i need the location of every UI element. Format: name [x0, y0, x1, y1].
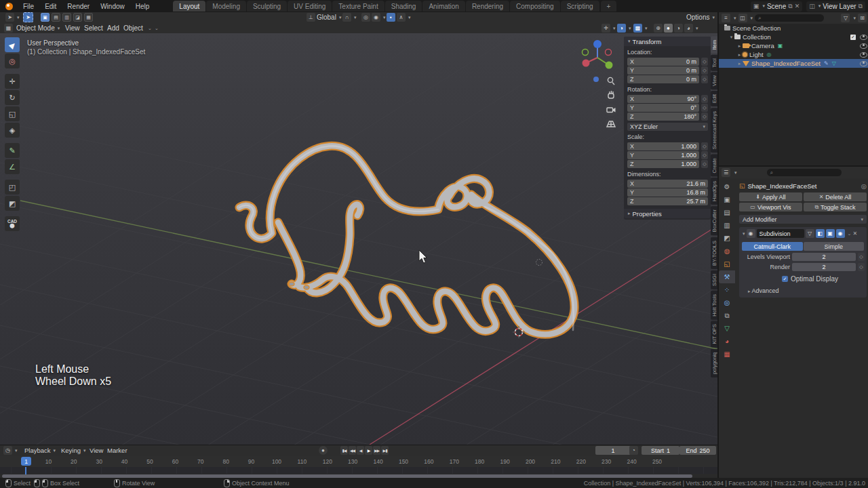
- outliner-search-input[interactable]: ⌕: [755, 14, 824, 22]
- show-gizmo-dropdown[interactable]: ✛▾: [601, 24, 616, 33]
- camera-view-icon[interactable]: [605, 104, 618, 117]
- gizmo-x-neg[interactable]: [606, 49, 612, 56]
- pin-icon[interactable]: ◎: [861, 182, 867, 190]
- disclosure-triangle-icon[interactable]: ▸: [736, 43, 743, 49]
- sidebar-tab-holt-tools[interactable]: Holt Tools: [711, 291, 717, 320]
- tool-transform[interactable]: ◈: [5, 123, 20, 138]
- workspace-tab-uv-editing[interactable]: UV Editing: [288, 1, 332, 12]
- editor-type-button[interactable]: ▦: [4, 24, 13, 33]
- workspace-tab-modeling[interactable]: Modeling: [206, 1, 246, 12]
- outliner-row-scene-collection[interactable]: Scene Collection: [719, 24, 868, 33]
- properties-tab-object-data[interactable]: ▽: [719, 322, 735, 335]
- viewport-vis-button[interactable]: ▭Viewport Vis: [739, 203, 802, 211]
- gizmo-x-axis[interactable]: [583, 60, 590, 67]
- select-mode-new-button[interactable]: ▣: [41, 13, 50, 22]
- hide-eye-icon[interactable]: [860, 52, 867, 58]
- properties-tab-physics[interactable]: ◎: [719, 296, 735, 309]
- menu-add[interactable]: Add: [107, 24, 119, 33]
- new-collection-icon[interactable]: ⊞: [858, 14, 867, 22]
- animate-dot-icon[interactable]: ◇: [701, 95, 708, 103]
- view-menu[interactable]: View: [90, 446, 103, 455]
- menu-object[interactable]: Object: [123, 24, 143, 33]
- scale-z-field[interactable]: Z1.000: [627, 160, 699, 168]
- animate-dot-icon[interactable]: ◇: [701, 142, 708, 150]
- exclude-checkbox[interactable]: ✓: [850, 35, 856, 40]
- shading-rendered-icon[interactable]: ◕: [684, 24, 693, 33]
- modifier-extras-icon[interactable]: ⌄: [848, 231, 852, 237]
- sidebar-tab-item[interactable]: Item: [711, 37, 717, 54]
- properties-panel-header[interactable]: ▸ Properties: [624, 209, 711, 218]
- catmull-clark-button[interactable]: Catmull-Clark: [742, 242, 803, 251]
- workspace-tab-texture-paint[interactable]: Texture Paint: [332, 1, 384, 12]
- sidebar-tab-by-tools[interactable]: BY-TOOLS: [711, 237, 717, 269]
- add-modifier-dropdown[interactable]: Add Modifier▾: [739, 215, 867, 224]
- workspace-tab-rendering[interactable]: Rendering: [466, 1, 509, 12]
- falloff-dropdown[interactable]: ∧▾: [397, 13, 411, 22]
- menu-render[interactable]: Render: [62, 1, 94, 12]
- snap-target-toggle[interactable]: ▪: [387, 13, 395, 22]
- properties-search-input[interactable]: ⌕: [767, 169, 842, 176]
- sidebar-tab-view[interactable]: View: [711, 72, 717, 89]
- animate-dot-icon[interactable]: ◇: [701, 58, 708, 66]
- sidebar-tab-kit-ops[interactable]: KIT OPS: [711, 321, 717, 347]
- optimal-display-checkbox[interactable]: ✓: [782, 276, 788, 282]
- dimensions-x-field[interactable]: X21.6 m: [627, 180, 708, 188]
- workspace-tab-sculpting[interactable]: Sculpting: [247, 1, 287, 12]
- current-frame-field[interactable]: 1: [595, 446, 631, 455]
- animate-dot-icon[interactable]: ◇: [701, 113, 708, 121]
- copy-icon[interactable]: ⧉: [859, 3, 863, 10]
- advanced-section-header[interactable]: ▸ Advanced: [741, 287, 865, 294]
- transform-orientation-dropdown[interactable]: ⊥ Global ▾: [307, 13, 341, 22]
- sidebar-tab-screencast-keys[interactable]: Screencast Keys: [711, 108, 717, 152]
- sidebar-tab-edit[interactable]: Edit: [711, 91, 717, 106]
- dimensions-z-field[interactable]: Z25.7 m: [627, 197, 708, 205]
- apply-all-button[interactable]: ⬇Apply All: [739, 192, 802, 201]
- modifier-name-field[interactable]: Subdivision: [757, 229, 804, 238]
- jump-to-start-button[interactable]: ▮◀: [340, 446, 348, 455]
- menu-edit[interactable]: Edit: [40, 1, 61, 12]
- options-dropdown[interactable]: Options ▾: [686, 13, 715, 22]
- animate-dot-icon[interactable]: ◇: [858, 263, 865, 271]
- properties-tab-world[interactable]: ◍: [719, 245, 735, 258]
- animate-dot-icon[interactable]: ◇: [701, 75, 708, 83]
- sidebar-tab-polygoniq[interactable]: polygoniq: [711, 349, 717, 378]
- workspace-tab-shading[interactable]: Shading: [385, 1, 422, 12]
- marker-menu[interactable]: Marker: [107, 446, 127, 455]
- select-mode-intersect-button[interactable]: ▦: [84, 13, 93, 22]
- properties-tab-tool[interactable]: ⚙: [719, 180, 735, 193]
- keying-menu[interactable]: Keying▾: [61, 446, 86, 455]
- pan-tool-icon[interactable]: [605, 89, 618, 102]
- view-layer-selector[interactable]: ◫▾ View Layer ⧉: [806, 1, 865, 12]
- levels-viewport-field[interactable]: 2: [792, 253, 856, 261]
- menu-select[interactable]: Select: [84, 24, 103, 33]
- outliner-editor-icon[interactable]: ≡: [722, 14, 730, 22]
- on-cage-toggle[interactable]: ▽: [806, 229, 814, 238]
- gizmo-z-neg[interactable]: [593, 77, 599, 82]
- disclosure-triangle-icon[interactable]: ▸: [736, 61, 743, 66]
- tool-cad-sketcher[interactable]: CAD⬤: [5, 216, 20, 231]
- hide-eye-icon[interactable]: [860, 43, 867, 49]
- snapping-toggle[interactable]: ∩▾: [342, 13, 357, 22]
- proportional-editing-toggle[interactable]: ◎ ◉ ▾: [361, 13, 386, 22]
- location-z-field[interactable]: Z0 m: [627, 75, 699, 83]
- gizmo-y-axis[interactable]: [606, 62, 613, 69]
- properties-editor-icon[interactable]: ☰: [722, 168, 730, 177]
- properties-tab-view-layer[interactable]: ▥: [719, 219, 735, 232]
- rotation-y-field[interactable]: Y0°: [627, 104, 699, 112]
- workspace-tab-add[interactable]: +: [601, 1, 617, 12]
- properties-tab-texture[interactable]: ▦: [719, 348, 735, 361]
- dimensions-y-field[interactable]: Y16.8 m: [627, 188, 708, 197]
- tool-extrude[interactable]: ◩: [5, 196, 20, 211]
- tool-move[interactable]: ✛: [5, 74, 20, 89]
- properties-tab-particles[interactable]: ⁘: [719, 283, 735, 296]
- rotation-mode-dropdown[interactable]: XYZ Euler▾: [627, 123, 708, 131]
- shading-wireframe-icon[interactable]: ⊕: [654, 24, 663, 33]
- jump-to-end-button[interactable]: ▶▮: [381, 446, 389, 455]
- rotation-x-field[interactable]: X90°: [627, 95, 699, 103]
- filter-icon[interactable]: ▽: [841, 14, 850, 22]
- location-x-field[interactable]: X0 m: [627, 58, 699, 66]
- copy-icon[interactable]: ⧉: [788, 3, 792, 10]
- outliner-row-light[interactable]: ▸ Light ◎: [719, 50, 868, 59]
- active-tool-dropdown[interactable]: ➤▾: [5, 13, 20, 22]
- tool-add-cube[interactable]: ◰: [5, 180, 20, 195]
